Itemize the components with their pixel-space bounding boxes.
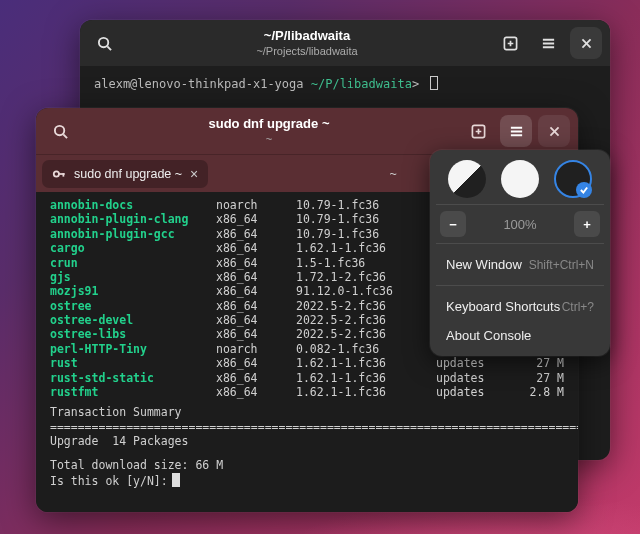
new-tab-icon xyxy=(471,124,486,139)
package-version: 1.72.1-2.fc36 xyxy=(296,270,436,284)
package-version: 0.082-1.fc36 xyxy=(296,342,436,356)
package-name: rustfmt xyxy=(36,385,216,399)
package-arch: x86_64 xyxy=(216,385,296,399)
check-icon xyxy=(576,182,592,198)
menu-button[interactable] xyxy=(532,27,564,59)
package-name: ostree-devel xyxy=(36,313,216,327)
theme-auto-button[interactable] xyxy=(448,160,486,198)
close-button[interactable] xyxy=(570,27,602,59)
package-arch: x86_64 xyxy=(216,270,296,284)
menu-new-window[interactable]: New Window Shift+Ctrl+N xyxy=(440,250,600,279)
package-name: mozjs91 xyxy=(36,284,216,298)
menu-keyboard-shortcuts[interactable]: Keyboard Shortcuts Ctrl+? xyxy=(440,292,600,321)
theme-light-button[interactable] xyxy=(501,160,539,198)
menu-item-label: About Console xyxy=(446,328,531,343)
package-repo: updates xyxy=(436,356,516,370)
package-size: 27 M xyxy=(516,371,564,385)
package-arch: x86_64 xyxy=(216,356,296,370)
package-version: 10.79-1.fc36 xyxy=(296,212,436,226)
search-icon xyxy=(97,36,112,51)
svg-line-11 xyxy=(63,134,67,138)
package-arch: noarch xyxy=(216,198,296,212)
back-terminal-body[interactable]: alexm@lenovo-thinkpad-x1-yoga ~/P/libadw… xyxy=(80,66,610,101)
cursor-icon xyxy=(430,76,438,90)
search-button[interactable] xyxy=(88,27,120,59)
package-name: ostree xyxy=(36,299,216,313)
svg-point-0 xyxy=(98,37,107,46)
zoom-out-button[interactable]: − xyxy=(440,211,466,237)
front-window-title: sudo dnf upgrade ~ xyxy=(209,117,330,131)
package-version: 1.5-1.fc36 xyxy=(296,256,436,270)
package-row: rustx86_641.62.1-1.fc36updates27 M xyxy=(36,356,578,370)
zoom-level: 100% xyxy=(503,217,536,232)
tab-label: sudo dnf upgrade ~ xyxy=(74,167,182,181)
package-arch: x86_64 xyxy=(216,227,296,241)
package-repo: updates xyxy=(436,385,516,399)
search-button[interactable] xyxy=(44,115,76,147)
close-icon xyxy=(548,125,561,138)
package-version: 1.62.1-1.fc36 xyxy=(296,241,436,255)
summary-download: Total download size: 66 M xyxy=(36,458,578,472)
package-size: 2.8 M xyxy=(516,385,564,399)
package-arch: x86_64 xyxy=(216,212,296,226)
zoom-in-button[interactable]: + xyxy=(574,211,600,237)
new-tab-icon xyxy=(503,36,518,51)
front-headerbar: sudo dnf upgrade ~ ~ xyxy=(36,108,578,154)
summary-rule: ========================================… xyxy=(36,420,578,434)
menu-about[interactable]: About Console xyxy=(440,321,600,350)
search-icon xyxy=(53,124,68,139)
theme-dark-button[interactable] xyxy=(554,160,592,198)
package-arch: x86_64 xyxy=(216,256,296,270)
package-version: 10.79-1.fc36 xyxy=(296,227,436,241)
package-version: 1.62.1-1.fc36 xyxy=(296,371,436,385)
tab-label: ~ xyxy=(389,167,396,181)
package-arch: x86_64 xyxy=(216,241,296,255)
back-window-title: ~/P/libadwaita xyxy=(264,29,350,43)
package-name: gjs xyxy=(36,270,216,284)
package-arch: noarch xyxy=(216,342,296,356)
package-row: rustfmtx86_641.62.1-1.fc36updates2.8 M xyxy=(36,385,578,399)
svg-line-1 xyxy=(107,46,111,50)
package-version: 1.62.1-1.fc36 xyxy=(296,385,436,399)
menu-button[interactable] xyxy=(500,115,532,147)
tab-close-button[interactable]: × xyxy=(190,166,198,182)
back-headerbar: ~/P/libadwaita ~/Projects/libadwaita xyxy=(80,20,610,66)
package-version: 2022.5-2.fc36 xyxy=(296,299,436,313)
package-version: 1.62.1-1.fc36 xyxy=(296,356,436,370)
zoom-control: − 100% + xyxy=(440,211,600,237)
package-name: cargo xyxy=(36,241,216,255)
summary-upgrade: Upgrade 14 Packages xyxy=(36,434,578,448)
package-arch: x86_64 xyxy=(216,327,296,341)
package-name: annobin-docs xyxy=(36,198,216,212)
back-window-subtitle: ~/Projects/libadwaita xyxy=(256,45,357,57)
menu-item-label: Keyboard Shortcuts xyxy=(446,299,560,314)
package-arch: x86_64 xyxy=(216,299,296,313)
package-arch: x86_64 xyxy=(216,313,296,327)
hamburger-icon xyxy=(509,124,524,139)
package-name: annobin-plugin-clang xyxy=(36,212,216,226)
package-name: annobin-plugin-gcc xyxy=(36,227,216,241)
package-size: 27 M xyxy=(516,356,564,370)
close-icon xyxy=(580,37,593,50)
prompt-user: alexm@lenovo-thinkpad-x1-yoga xyxy=(94,77,304,91)
tab-sudo[interactable]: sudo dnf upgrade ~ × xyxy=(42,160,208,188)
hamburger-icon xyxy=(541,36,556,51)
package-version: 10.79-1.fc36 xyxy=(296,198,436,212)
menu-item-label: New Window xyxy=(446,257,522,272)
svg-point-10 xyxy=(54,125,63,134)
package-repo: updates xyxy=(436,371,516,385)
package-arch: x86_64 xyxy=(216,371,296,385)
svg-rect-22 xyxy=(63,173,65,177)
key-icon xyxy=(52,167,66,181)
main-menu-popover: − 100% + New Window Shift+Ctrl+N Keyboar… xyxy=(430,150,610,356)
new-tab-button[interactable] xyxy=(494,27,526,59)
prompt-path: ~/P/libadwaita xyxy=(311,77,412,91)
package-version: 2022.5-2.fc36 xyxy=(296,327,436,341)
close-button[interactable] xyxy=(538,115,570,147)
new-tab-button[interactable] xyxy=(462,115,494,147)
package-row: rust-std-staticx86_641.62.1-1.fc36update… xyxy=(36,371,578,385)
package-name: ostree-libs xyxy=(36,327,216,341)
front-window-subtitle: ~ xyxy=(266,133,272,145)
package-name: crun xyxy=(36,256,216,270)
package-arch: x86_64 xyxy=(216,284,296,298)
